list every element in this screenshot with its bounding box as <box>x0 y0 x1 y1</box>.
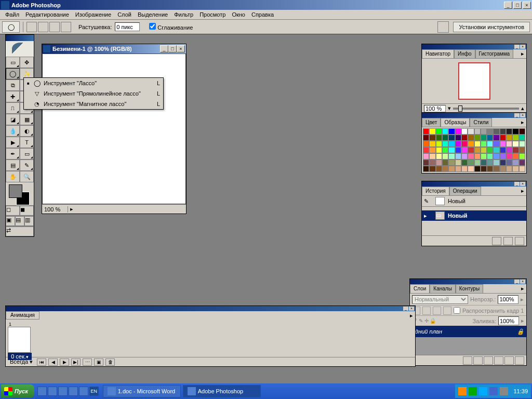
layers-titlebar[interactable]: _ × <box>410 279 526 284</box>
swatch[interactable] <box>455 135 461 141</box>
quicklaunch-desktop-icon[interactable] <box>48 387 57 396</box>
tab-animation[interactable]: Анимация <box>6 311 39 320</box>
swatch[interactable] <box>468 153 474 159</box>
swatch[interactable] <box>461 135 468 141</box>
menu-layer[interactable]: Слой <box>114 10 135 19</box>
tab-histogram[interactable]: Гистограмма <box>475 49 514 58</box>
adjustment-layer-button[interactable] <box>494 356 503 365</box>
shape-tool[interactable]: ▭ <box>20 148 34 159</box>
swatch[interactable] <box>423 128 429 135</box>
layer-style-button[interactable] <box>463 356 472 365</box>
tool-presets-button[interactable]: Установки инструментов <box>453 22 530 32</box>
tab-channels[interactable]: Каналы <box>430 284 456 293</box>
swatch[interactable] <box>500 166 506 172</box>
swatch[interactable] <box>506 153 512 159</box>
swatch[interactable] <box>487 128 493 135</box>
panel-close-button[interactable]: × <box>520 280 525 284</box>
zoom-in-icon[interactable]: ▴ <box>521 105 524 112</box>
swatch[interactable] <box>506 141 512 147</box>
swatch[interactable] <box>493 166 499 172</box>
swatch[interactable] <box>519 147 525 153</box>
swatch[interactable] <box>519 141 525 147</box>
swatch[interactable] <box>461 166 468 172</box>
swatch[interactable] <box>500 153 506 159</box>
swatch[interactable] <box>506 159 512 166</box>
swatch[interactable] <box>506 128 512 135</box>
swatch[interactable] <box>500 147 506 153</box>
gradient-tool[interactable]: ▦ <box>20 114 34 125</box>
delete-frame-button[interactable]: 🗑 <box>105 358 115 366</box>
feather-input[interactable] <box>115 22 140 31</box>
delete-layer-button[interactable] <box>515 356 524 365</box>
quicklaunch-totalcmd-icon[interactable] <box>69 387 78 396</box>
swatch[interactable] <box>442 147 448 153</box>
swatch[interactable] <box>474 159 481 166</box>
loop-select[interactable]: Всегда ▾ <box>8 358 35 365</box>
flyout-polygonal-lasso[interactable]: ▽ Инструмент "Прямолинейное лассо" L <box>24 88 163 99</box>
selection-new-icon[interactable] <box>26 22 37 32</box>
tab-layers[interactable]: Слои <box>410 284 430 293</box>
prev-frame-button[interactable]: ◀ <box>48 358 58 366</box>
swatch[interactable] <box>474 135 481 141</box>
stamp-tool[interactable]: ⎍ <box>6 102 20 114</box>
swatch[interactable] <box>423 166 429 172</box>
fill-flyout-icon[interactable]: ▸ <box>521 317 524 324</box>
panel-minimize-button[interactable]: _ <box>403 307 408 311</box>
doc-minimize-button[interactable]: _ <box>160 45 168 52</box>
swatch[interactable] <box>474 128 481 135</box>
color-picker[interactable] <box>6 182 34 205</box>
jump-imageready-button[interactable]: ⇄ <box>6 227 34 236</box>
tab-styles[interactable]: Стили <box>470 118 492 127</box>
selection-add-icon[interactable] <box>38 22 48 32</box>
healing-tool[interactable]: ✚ <box>6 91 20 102</box>
new-snapshot-button[interactable] <box>503 237 513 245</box>
swatch[interactable] <box>429 159 435 166</box>
swatch[interactable] <box>481 147 487 153</box>
notes-tool[interactable]: ▤ <box>6 159 20 171</box>
menu-file[interactable]: Файл <box>2 10 22 19</box>
opacity-input[interactable] <box>498 295 518 304</box>
swatch[interactable] <box>506 166 512 172</box>
standard-mode-button[interactable]: ◻ <box>6 206 20 216</box>
quickmask-mode-button[interactable]: ◼ <box>20 206 34 216</box>
swatch[interactable] <box>506 135 512 141</box>
lasso-tool[interactable] <box>6 68 20 79</box>
swatch[interactable] <box>512 147 518 153</box>
panel-close-button[interactable]: × <box>520 182 525 186</box>
swatch[interactable] <box>461 159 468 166</box>
screen-full-menu-button[interactable]: ▤ <box>15 216 24 226</box>
propagate-checkbox[interactable] <box>454 307 460 314</box>
document-zoom[interactable]: 100 % <box>42 206 68 212</box>
swatch[interactable] <box>493 159 499 166</box>
lock-all-icon[interactable] <box>443 307 451 315</box>
maximize-button[interactable]: □ <box>513 2 522 9</box>
swatch[interactable] <box>423 141 429 147</box>
panel-minimize-button[interactable]: _ <box>514 113 520 117</box>
play-button[interactable]: ▶ <box>60 358 69 366</box>
panel-minimize-button[interactable]: _ <box>514 45 520 49</box>
swatch[interactable] <box>429 141 435 147</box>
swatch[interactable] <box>506 147 512 153</box>
swatch[interactable] <box>487 153 493 159</box>
navigator-zoom-input[interactable] <box>424 105 446 112</box>
swatch[interactable] <box>468 147 474 153</box>
swatch[interactable] <box>468 128 474 135</box>
swatch[interactable] <box>487 135 493 141</box>
screen-full-button[interactable]: ▥ <box>24 216 34 226</box>
swatch[interactable] <box>481 135 487 141</box>
swatch[interactable] <box>487 166 493 172</box>
swatch[interactable] <box>436 153 442 159</box>
selection-subtract-icon[interactable] <box>49 22 60 32</box>
swatch[interactable] <box>519 128 525 135</box>
swatch[interactable] <box>474 147 481 153</box>
document-canvas[interactable] <box>42 54 186 204</box>
swatch[interactable] <box>468 159 474 166</box>
start-button[interactable]: Пуск <box>1 384 34 398</box>
swatch[interactable] <box>493 147 499 153</box>
swatch[interactable] <box>442 159 448 166</box>
doc-maximize-button[interactable]: □ <box>168 45 177 52</box>
foreground-color[interactable] <box>9 184 22 198</box>
swatch[interactable] <box>512 128 518 135</box>
swatch[interactable] <box>500 159 506 166</box>
panel-menu-icon[interactable]: ▸ <box>519 49 526 58</box>
